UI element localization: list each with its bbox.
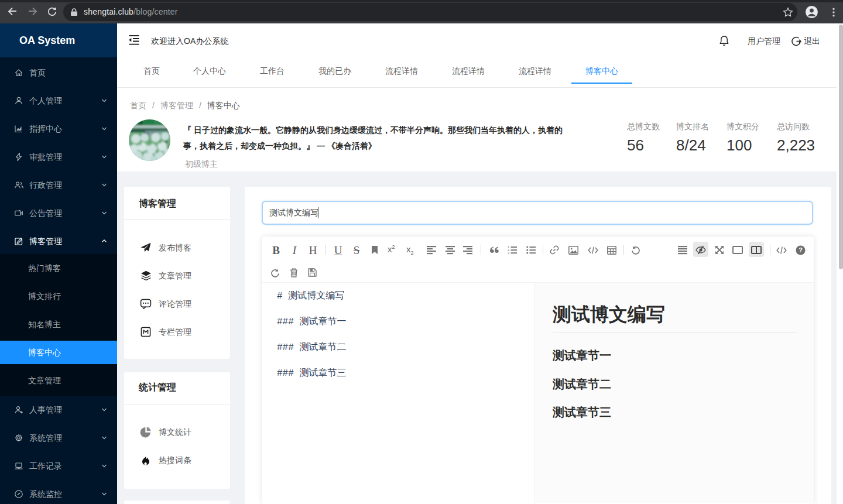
svg-text:3: 3 xyxy=(508,251,509,255)
svg-text:?: ? xyxy=(799,246,803,253)
